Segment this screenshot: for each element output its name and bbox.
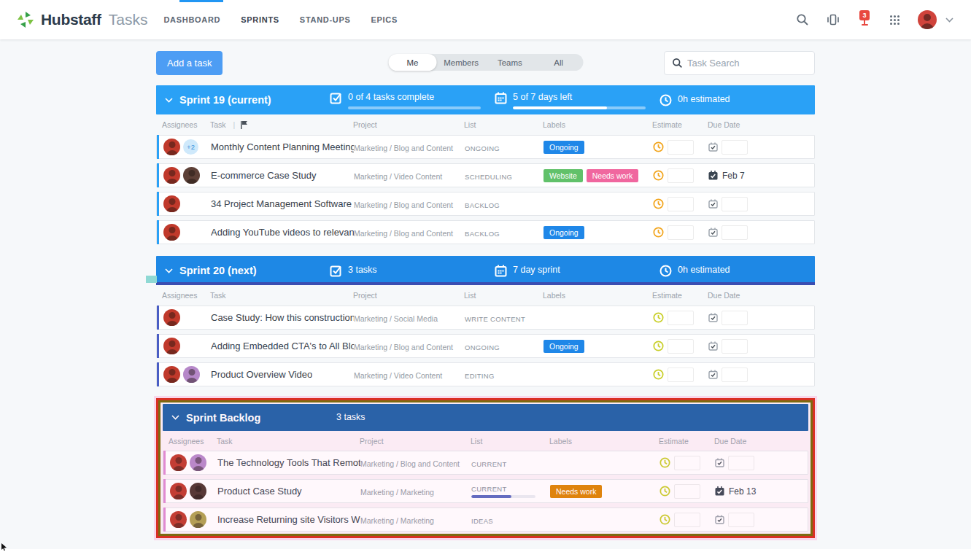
label-chip[interactable]: Website (543, 169, 583, 182)
task-row[interactable]: Adding Embedded CTA's to All Blog P… Mar… (156, 334, 815, 358)
task-title[interactable]: Product Overview Video (211, 369, 312, 380)
search-icon[interactable] (796, 13, 809, 26)
due-date-input[interactable] (722, 368, 748, 382)
label-chip[interactable]: Needs work (587, 169, 638, 182)
task-list: ONGOING (465, 144, 500, 152)
task-row[interactable]: Product Overview Video Marketing / Video… (156, 362, 815, 386)
sprint-header[interactable]: Sprint Backlog 3 tasks (163, 404, 808, 431)
tasks-count-stat: 3 tasks (330, 264, 495, 277)
task-search-input[interactable] (687, 58, 816, 69)
task-row[interactable]: Case Study: How this construction co… Ma… (156, 306, 815, 330)
task-title[interactable]: Case Study: How this construction co… (211, 312, 354, 323)
estimate-input[interactable] (668, 368, 694, 382)
due-date-input[interactable] (722, 225, 748, 240)
due-date-icon[interactable] (708, 171, 718, 180)
task-row[interactable]: +2 Monthly Content Planning Meeting Mark… (156, 135, 815, 159)
task-list: ONGOING (465, 343, 500, 351)
label-chip[interactable]: Ongoing (543, 141, 584, 154)
task-row[interactable]: 34 Project Management Software Sol… Mark… (156, 192, 815, 216)
due-date-input[interactable] (728, 513, 754, 527)
collapse-chevron-icon[interactable] (165, 268, 179, 273)
task-list: BACKLOG (465, 201, 500, 209)
walkthrough-icon[interactable] (827, 13, 840, 26)
list-progress-bar (471, 495, 535, 498)
estimate-input[interactable] (668, 168, 694, 183)
days-progress-bar (513, 106, 607, 109)
due-date-icon[interactable] (715, 486, 724, 496)
due-date-input[interactable] (722, 339, 748, 354)
filter-tab-me[interactable]: Me (388, 54, 437, 71)
nav-item-epics[interactable]: EPICS (371, 15, 398, 24)
collapse-chevron-icon[interactable] (165, 98, 179, 103)
table-column-headers: Assignees Task Project List Labels Estim… (163, 431, 808, 451)
nav-item-sprints[interactable]: SPRINTS (241, 15, 279, 24)
task-row[interactable]: E-commerce Case Study Marketing / Video … (156, 163, 815, 187)
sprint-header[interactable]: Sprint 19 (current) 0 of 4 tasks complet… (156, 85, 815, 114)
notifications-icon[interactable]: 3 (857, 10, 872, 29)
task-title[interactable]: Product Case Study (217, 486, 302, 497)
due-date-icon[interactable] (708, 313, 718, 322)
due-date-value[interactable]: Feb 7 (722, 171, 745, 181)
add-task-button[interactable]: Add a task (156, 51, 223, 75)
section-sprint-backlog: Sprint Backlog 3 tasks Assignees Task Pr… (163, 404, 808, 532)
user-avatar[interactable] (918, 10, 937, 29)
col-due-date: Due Date (708, 120, 815, 129)
sprint-length-text: 7 day sprint (513, 264, 560, 276)
task-row[interactable]: Product Case Study Marketing / Marketing… (163, 479, 808, 503)
nav-item-dashboard[interactable]: DASHBOARD (163, 15, 220, 24)
filter-tab-members[interactable]: Members (437, 54, 486, 71)
task-title[interactable]: 34 Project Management Software Sol… (211, 198, 354, 209)
task-search (664, 51, 815, 75)
due-date-icon[interactable] (708, 199, 718, 209)
apps-grid-icon[interactable] (889, 15, 900, 26)
nav-item-standups[interactable]: STAND-UPS (300, 15, 351, 24)
estimate-input[interactable] (674, 456, 700, 470)
highlight-annotation-box: Sprint Backlog 3 tasks Assignees Task Pr… (156, 398, 815, 538)
task-row[interactable]: The Technology Tools That Remote T… Mark… (163, 451, 808, 475)
estimate-input[interactable] (668, 225, 694, 240)
task-title[interactable]: Increase Returning site Visitors With … (217, 514, 360, 525)
estimate-input[interactable] (674, 484, 700, 499)
due-date-icon[interactable] (715, 515, 724, 524)
assignee-avatar (163, 195, 180, 212)
task-title[interactable]: Adding YouTube videos to relevant bl… (211, 227, 354, 238)
task-title[interactable]: Adding Embedded CTA's to All Blog P… (211, 341, 354, 351)
estimate-input[interactable] (668, 339, 694, 354)
task-project: Marketing / Blog and Content (354, 201, 453, 209)
due-date-input[interactable] (722, 197, 748, 211)
due-date-icon[interactable] (715, 458, 724, 467)
task-row[interactable]: Increase Returning site Visitors With … … (163, 508, 808, 532)
flag-icon[interactable] (241, 121, 247, 129)
sprint-header[interactable]: Sprint 20 (next) 3 tasks 7 day sprint 0h… (156, 256, 815, 285)
brand-name: Hubstaff (41, 11, 101, 28)
user-menu-chevron-icon[interactable] (945, 18, 953, 23)
estimate-input[interactable] (668, 311, 694, 325)
due-date-value[interactable]: Feb 13 (729, 486, 756, 497)
tasks-count-stat: 3 tasks (336, 411, 501, 424)
collapse-chevron-icon[interactable] (171, 415, 186, 420)
top-bar-actions: 3 (796, 10, 953, 29)
due-date-input[interactable] (722, 311, 748, 325)
task-title[interactable]: E-commerce Case Study (211, 170, 317, 181)
due-date-icon[interactable] (708, 341, 718, 351)
main-nav: DASHBOARD SPRINTS STAND-UPS EPICS (163, 15, 398, 24)
estimate-input[interactable] (668, 140, 694, 155)
filter-tab-teams[interactable]: Teams (486, 54, 535, 71)
assignee-avatar (163, 366, 180, 383)
due-date-input[interactable] (722, 140, 748, 155)
due-date-icon[interactable] (708, 370, 718, 379)
filter-tab-all[interactable]: All (534, 54, 583, 71)
label-chip[interactable]: Ongoing (543, 226, 584, 239)
due-date-input[interactable] (728, 456, 754, 470)
estimate-input[interactable] (668, 197, 694, 211)
estimate-input[interactable] (674, 513, 700, 527)
label-chip[interactable]: Needs work (550, 485, 602, 498)
task-title[interactable]: Monthly Content Planning Meeting (211, 141, 354, 152)
due-date-icon[interactable] (708, 228, 718, 237)
task-list: IDEAS (471, 517, 493, 525)
task-row[interactable]: Adding YouTube videos to relevant bl… Ma… (156, 220, 815, 244)
app-logo[interactable]: Hubstaff Tasks (16, 10, 147, 29)
due-date-icon[interactable] (708, 142, 718, 152)
label-chip[interactable]: Ongoing (543, 340, 584, 353)
task-title[interactable]: The Technology Tools That Remote T… (217, 457, 360, 468)
